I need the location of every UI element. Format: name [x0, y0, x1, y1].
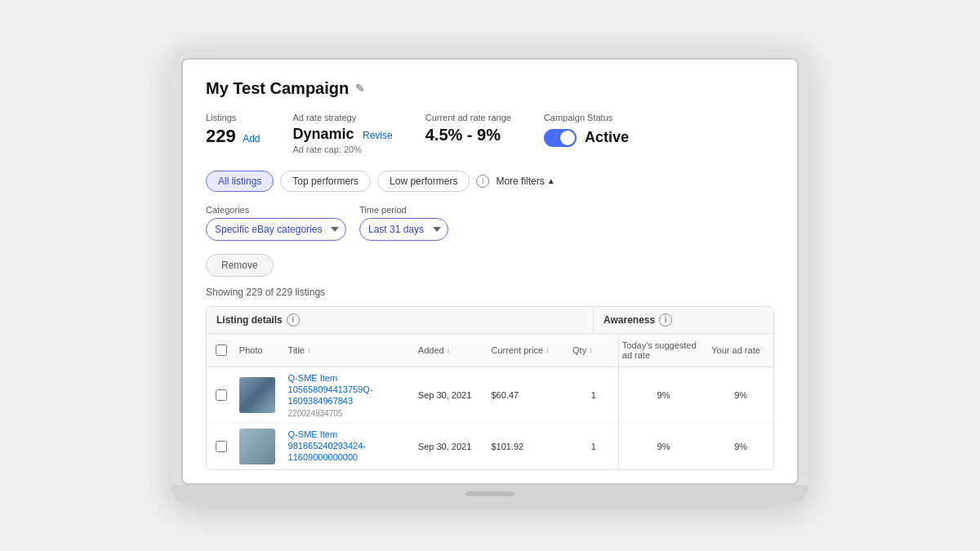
filters-info-icon[interactable]: i: [476, 175, 489, 188]
row-1-photo: [236, 372, 285, 418]
time-period-label: Time period: [359, 205, 448, 215]
ad-rate-cap: Ad rate cap: 20%: [293, 144, 393, 154]
rate-range-block: Current ad rate range 4.5% - 9%: [425, 113, 511, 144]
col-checkbox-header: [207, 334, 236, 367]
dropdowns-row: Categories Specific eBay categories Time…: [206, 205, 774, 241]
select-all-checkbox[interactable]: [216, 344, 227, 356]
listings-label: Listings: [206, 113, 261, 122]
listings-table: Listing details i Awareness i Photo: [206, 306, 774, 471]
row-2-price: $101.92: [488, 437, 569, 456]
more-filters-label: More filters: [496, 176, 544, 187]
categories-label: Categories: [206, 205, 346, 215]
row-2-suggested-rate: 9%: [619, 437, 709, 456]
listing-details-header-text: Listing details: [216, 314, 283, 326]
awareness-header-text: Awareness: [604, 314, 655, 326]
price-sort-icon: ↕: [546, 346, 550, 354]
col-qty-header[interactable]: Qty ↕: [569, 334, 618, 367]
row-2-qty: 1: [569, 437, 618, 456]
add-listings-link[interactable]: Add: [243, 133, 260, 144]
row-1-suggested-rate: 9%: [619, 385, 709, 405]
col-suggested-header: Today's suggested ad rate: [619, 334, 709, 367]
time-period-select[interactable]: Last 31 days: [359, 218, 448, 241]
row-1-checkbox[interactable]: [207, 389, 236, 401]
laptop-notch: [466, 491, 514, 496]
row-1-item-link[interactable]: Q-SME Item 105658094413759Q-160938496784…: [288, 372, 412, 407]
strategy-label: Ad rate strategy: [293, 113, 393, 122]
added-sort-icon: ↓: [447, 346, 451, 354]
filters-row: All listings Top performers Low performe…: [206, 171, 774, 192]
row-2-thumbnail: [239, 429, 275, 464]
campaign-status-toggle[interactable]: [544, 129, 577, 147]
revise-link[interactable]: Revise: [363, 130, 393, 141]
categories-dropdown-group: Categories Specific eBay categories: [206, 205, 346, 241]
col-title-header[interactable]: Title ↕: [285, 334, 415, 367]
row-1-your-rate: 9%: [708, 385, 773, 405]
edit-icon[interactable]: ✎: [355, 82, 365, 95]
col-price-header[interactable]: Current price ↕: [488, 334, 569, 367]
rate-range-value: 4.5% - 9%: [425, 126, 511, 144]
page-title: My Test Campaign: [206, 79, 349, 98]
table-column-headers: Photo Title ↕ Added ↓ Current price ↕: [207, 334, 773, 367]
title-sort-icon: ↕: [307, 346, 311, 354]
strategy-block: Ad rate strategy Dynamic Revise Ad rate …: [293, 113, 393, 154]
all-listings-filter[interactable]: All listings: [206, 171, 274, 192]
listings-block: Listings 229 Add: [206, 113, 261, 147]
col-added-header[interactable]: Added ↓: [415, 334, 488, 367]
top-performers-filter[interactable]: Top performers: [280, 171, 371, 192]
row-2-checkbox[interactable]: [207, 441, 236, 452]
col-your-rate-header: Your ad rate: [708, 334, 773, 367]
row-1-thumbnail: [239, 377, 275, 413]
campaign-status-label: Campaign Status: [544, 113, 629, 122]
listings-count: 229: [206, 126, 236, 146]
awareness-info-icon[interactable]: i: [659, 313, 672, 327]
showing-count-text: Showing 229 of 229 listings: [206, 287, 774, 298]
row-2-photo: [236, 424, 285, 469]
campaign-status-value: Active: [585, 129, 629, 146]
more-filters-button[interactable]: More filters ▲: [496, 176, 555, 187]
low-performers-filter[interactable]: Low performers: [377, 171, 470, 192]
row-1-select[interactable]: [216, 389, 227, 401]
table-row: Q-SME Item 105658094413759Q-160938496784…: [207, 367, 773, 424]
rate-range-label: Current ad rate range: [425, 113, 511, 122]
row-2-your-rate: 9%: [708, 437, 773, 456]
row-1-qty: 1: [569, 385, 618, 405]
categories-select[interactable]: Specific eBay categories: [206, 218, 346, 241]
listing-details-info-icon[interactable]: i: [287, 313, 300, 327]
table-section-headers: Listing details i Awareness i: [207, 307, 773, 334]
chevron-up-icon: ▲: [547, 176, 555, 185]
row-2-item-link[interactable]: Q-SME Item 981865240293424-1160900000000…: [288, 429, 412, 464]
row-1-title: Q-SME Item 105658094413759Q-160938496784…: [285, 367, 415, 423]
qty-sort-icon: ↕: [589, 346, 593, 354]
listing-details-section-header: Listing details i: [207, 307, 594, 333]
row-1-price: $60.47: [488, 385, 569, 405]
time-period-dropdown-group: Time period Last 31 days: [359, 205, 448, 241]
row-1-item-id: 220024934705: [288, 409, 412, 418]
row-1-added: Sep 30, 2021: [415, 385, 488, 405]
row-2-select[interactable]: [216, 441, 227, 452]
row-2-added: Sep 30, 2021: [415, 437, 488, 456]
table-row: Q-SME Item 981865240293424-1160900000000…: [207, 424, 773, 470]
campaign-meta: Listings 229 Add Ad rate strategy Dynami…: [206, 113, 774, 154]
awareness-section-header: Awareness i: [594, 307, 773, 333]
remove-button[interactable]: Remove: [206, 254, 274, 277]
campaign-status-block: Campaign Status Active: [544, 113, 629, 147]
page-header: My Test Campaign ✎: [206, 79, 774, 98]
col-photo-header: Photo: [236, 334, 285, 367]
row-2-title: Q-SME Item 981865240293424-1160900000000…: [285, 424, 415, 470]
strategy-value: Dynamic: [293, 126, 354, 142]
